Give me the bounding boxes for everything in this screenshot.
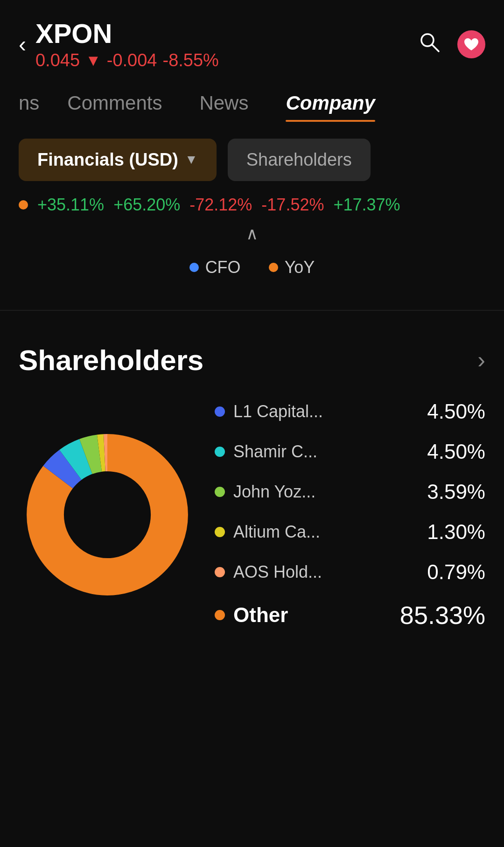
yoy-label: YoY bbox=[285, 258, 315, 277]
shareholder-legend: L1 Capital... 4.50% Shamir C... 4.50% Jo… bbox=[215, 400, 485, 630]
shareholders-section: Shareholders › bbox=[0, 325, 504, 648]
price-change: -0.004 bbox=[107, 50, 157, 70]
financials-dropdown[interactable]: Financials (USD) ▼ bbox=[19, 139, 217, 181]
sh-dot-aos bbox=[215, 567, 225, 577]
ticker-price: 0.045 bbox=[35, 50, 80, 70]
legend-yoy: YoY bbox=[269, 258, 315, 277]
tab-company[interactable]: Company bbox=[267, 84, 393, 122]
sh-name-other: Other bbox=[233, 603, 288, 627]
sh-dot-shamir bbox=[215, 447, 225, 457]
pct-row: +35.11% +65.20% -72.12% -17.52% +17.37% bbox=[0, 190, 504, 219]
pct-val-3: -72.12% bbox=[189, 195, 252, 215]
chart-area: L1 Capital... 4.50% Shamir C... 4.50% Jo… bbox=[19, 400, 485, 630]
shareholders-title: Shareholders bbox=[19, 343, 203, 377]
yoy-legend-dot bbox=[269, 263, 278, 272]
svg-line-1 bbox=[432, 45, 439, 51]
sub-controls: Financials (USD) ▼ Shareholders bbox=[0, 122, 504, 190]
shareholder-item-l1: L1 Capital... 4.50% bbox=[215, 400, 485, 423]
price-pct: -8.55% bbox=[162, 50, 218, 70]
chevron-up-icon[interactable]: ∧ bbox=[246, 224, 258, 244]
chevron-row: ∧ bbox=[0, 219, 504, 253]
sh-left-shamir: Shamir C... bbox=[215, 442, 317, 462]
cfo-label: CFO bbox=[205, 258, 241, 277]
shareholder-item-other: Other 85.33% bbox=[215, 601, 485, 630]
tab-news[interactable]: News bbox=[181, 84, 267, 122]
sh-name-john: John Yoz... bbox=[233, 482, 315, 502]
pct-val-4: -17.52% bbox=[261, 195, 324, 215]
sh-dot-john bbox=[215, 487, 225, 497]
sh-pct-john: 3.59% bbox=[427, 480, 485, 504]
header: ‹ XPON 0.045 ▼ -0.004 -8.55% bbox=[0, 0, 504, 80]
sh-pct-other: 85.33% bbox=[400, 601, 485, 630]
tab-partial[interactable]: ns bbox=[0, 84, 49, 122]
chart-legend: CFO YoY bbox=[0, 253, 504, 296]
shareholders-header: Shareholders › bbox=[19, 343, 485, 377]
price-arrow-icon: ▼ bbox=[85, 51, 101, 70]
sh-left-altium: Altium Ca... bbox=[215, 522, 320, 542]
sh-name-l1: L1 Capital... bbox=[233, 402, 323, 421]
nav-tabs: ns Comments News Company bbox=[0, 80, 504, 122]
shareholder-item-john: John Yoz... 3.59% bbox=[215, 480, 485, 504]
pct-val-1: +35.11% bbox=[37, 195, 104, 215]
ticker-symbol: XPON bbox=[35, 19, 219, 49]
tab-comments[interactable]: Comments bbox=[49, 84, 181, 122]
shareholder-item-aos: AOS Hold... 0.79% bbox=[215, 560, 485, 584]
donut-chart bbox=[19, 426, 196, 603]
financials-label: Financials (USD) bbox=[37, 150, 178, 170]
sh-dot-other bbox=[215, 610, 225, 620]
legend-cfo: CFO bbox=[189, 258, 241, 277]
ticker-info: XPON 0.045 ▼ -0.004 -8.55% bbox=[35, 19, 219, 70]
cfo-dot bbox=[189, 263, 199, 272]
section-divider bbox=[0, 310, 504, 311]
spacer bbox=[0, 648, 504, 695]
sh-name-shamir: Shamir C... bbox=[233, 442, 317, 462]
favorite-button[interactable] bbox=[457, 30, 485, 58]
sh-left-john: John Yoz... bbox=[215, 482, 315, 502]
shareholder-item-altium: Altium Ca... 1.30% bbox=[215, 520, 485, 544]
price-row: 0.045 ▼ -0.004 -8.55% bbox=[35, 50, 219, 70]
sh-dot-l1 bbox=[215, 406, 225, 417]
svg-point-8 bbox=[65, 472, 150, 557]
shareholders-tab-btn[interactable]: Shareholders bbox=[228, 139, 371, 181]
sh-pct-shamir: 4.50% bbox=[427, 440, 485, 463]
sh-left-l1: L1 Capital... bbox=[215, 402, 323, 421]
sh-name-altium: Altium Ca... bbox=[233, 522, 320, 542]
shareholders-nav-arrow[interactable]: › bbox=[477, 346, 485, 373]
header-right bbox=[418, 30, 485, 58]
sh-pct-altium: 1.30% bbox=[427, 520, 485, 544]
sh-left-aos: AOS Hold... bbox=[215, 562, 322, 582]
sh-left-other: Other bbox=[215, 603, 288, 627]
sh-dot-altium bbox=[215, 527, 225, 537]
header-left: ‹ XPON 0.045 ▼ -0.004 -8.55% bbox=[19, 19, 219, 70]
shareholder-item-shamir: Shamir C... 4.50% bbox=[215, 440, 485, 463]
yoy-dot bbox=[19, 200, 28, 210]
pct-val-2: +65.20% bbox=[113, 195, 180, 215]
back-button[interactable]: ‹ bbox=[19, 33, 26, 56]
sh-pct-l1: 4.50% bbox=[427, 400, 485, 423]
pct-val-5: +17.37% bbox=[333, 195, 400, 215]
dropdown-arrow-icon: ▼ bbox=[185, 152, 198, 167]
sh-pct-aos: 0.79% bbox=[427, 560, 485, 584]
search-icon[interactable] bbox=[418, 31, 441, 58]
sh-name-aos: AOS Hold... bbox=[233, 562, 322, 582]
